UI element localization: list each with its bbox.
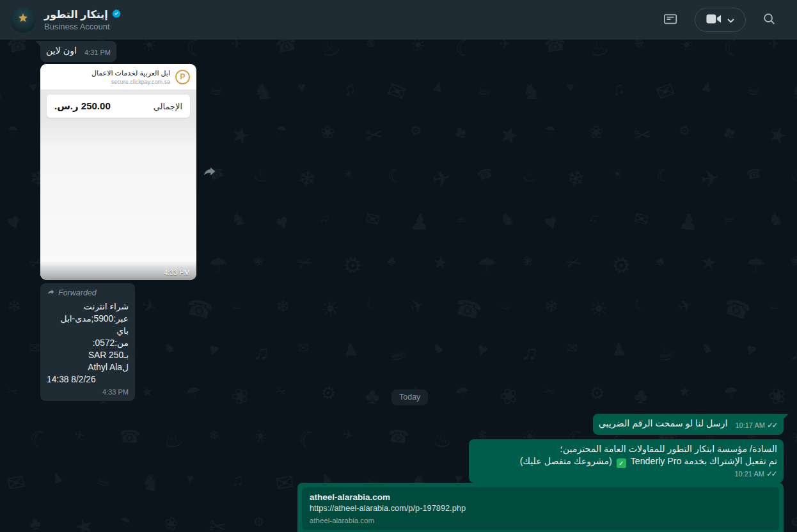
- message-line: تم تفعيل الإشتراك بخدمة Tenderly Pro ✓ (…: [475, 455, 777, 468]
- chat-header: إيتكار التطور Business Account: [0, 0, 797, 40]
- search-icon: [762, 12, 776, 27]
- verified-badge-icon: [112, 9, 121, 20]
- payment-site-url: secure.clickpay.com.sa: [111, 79, 170, 85]
- date-divider: Today: [391, 389, 428, 405]
- forward-message-icon[interactable]: [201, 164, 217, 182]
- check-mark-emoji: ✓: [617, 458, 626, 468]
- forwarded-line: 14:38 8/2/26: [47, 373, 129, 386]
- forwarded-text-block: شراء انترنت عبر:5900;مدى-ابل باي من:0572…: [47, 301, 129, 386]
- message-time: 4:33 PM: [164, 269, 190, 276]
- message-text: ارسل لنا لو سمحت الرقم الضريبي: [599, 418, 728, 430]
- forwarded-line: شراء انترنت: [47, 301, 129, 313]
- receipt-merchant-block: ابل العربية لخدمات الاعمال secure.clickp…: [91, 69, 170, 85]
- outgoing-message-link: atheel-alarabia.com https://atheel-alara…: [297, 483, 784, 532]
- incoming-image-message-receipt[interactable]: P ابل العربية لخدمات الاعمال secure.clic…: [40, 64, 196, 280]
- message-text: اون لاين: [46, 45, 77, 57]
- read-ticks-icon: ✓✓: [767, 421, 778, 430]
- clickpay-logo-icon: P: [175, 70, 190, 84]
- receipt-body: الإجمالي 250.00 ر.س.: [40, 90, 196, 280]
- contact-info[interactable]: إيتكار التطور Business Account: [44, 8, 121, 31]
- message-meta: 10:21 AM ✓✓: [475, 469, 777, 478]
- contact-name: إيتكار التطور: [44, 8, 108, 20]
- message-meta: 10:17 AM ✓✓: [735, 421, 778, 430]
- link-preview-title: atheel-alarabia.com: [310, 492, 771, 503]
- forwarded-arrow-icon: [47, 288, 55, 298]
- link-preview-domain: atheel-alarabia.com: [310, 516, 771, 525]
- forwarded-line: من:0572:: [47, 337, 129, 349]
- outgoing-message-activation: السادة/ مؤسسة ابتكار التطور للمقاولات ال…: [469, 439, 784, 483]
- forwarded-line: بـSAR 250: [47, 349, 129, 361]
- link-url[interactable]: https://atheel-alarabia.com/p/p-197892.p…: [310, 503, 771, 513]
- forwarded-label: Forwarded: [58, 288, 97, 297]
- chevron-down-icon: [727, 15, 734, 25]
- video-camera-icon: [706, 13, 722, 26]
- search-button[interactable]: [762, 12, 776, 27]
- header-actions: [663, 8, 776, 32]
- screen-share-button[interactable]: [663, 12, 678, 29]
- incoming-message-online: اون لاين 4:31 PM: [40, 41, 116, 62]
- forwarded-line: عبر:5900;مدى-ابل باي: [47, 313, 129, 337]
- contact-avatar[interactable]: [10, 7, 36, 33]
- avatar-logo-icon: [17, 12, 29, 27]
- total-label: الإجمالي: [154, 102, 182, 111]
- screen-share-icon: [663, 12, 678, 29]
- account-type-label: Business Account: [44, 22, 121, 31]
- video-call-button[interactable]: [695, 8, 746, 32]
- total-value: 250.00 ر.س.: [54, 100, 111, 112]
- message-time: 10:21 AM: [734, 469, 764, 478]
- message-text: (مشروعك متفصل عليك): [520, 456, 612, 466]
- message-text: تم تفعيل الإشتراك بخدمة Tenderly Pro: [631, 456, 777, 466]
- read-ticks-icon: ✓✓: [766, 469, 777, 478]
- outgoing-message-tax-request: ارسل لنا لو سمحت الرقم الضريبي 10:17 AM …: [593, 414, 784, 435]
- message-line: السادة/ مؤسسة ابتكار التطور للمقاولات ال…: [475, 443, 777, 455]
- receipt-header: P ابل العربية لخدمات الاعمال secure.clic…: [40, 64, 196, 90]
- merchant-name: ابل العربية لخدمات الاعمال: [91, 69, 170, 77]
- message-time: 4:31 PM: [84, 48, 111, 57]
- message-time: 4:33 PM: [47, 387, 129, 396]
- message-time: 10:17 AM: [735, 421, 764, 430]
- whatsapp-chat-window: ★☂❀✂⚙♣★☂❀✂⚙♣★☂❀✂⚙♣★☎♨❄☀☾✈☎♨❄☀☾✈☎♨❄☀☾✈☎♞♥…: [0, 0, 797, 532]
- incoming-message-forwarded: Forwarded شراء انترنت عبر:5900;مدى-ابل ب…: [40, 283, 135, 401]
- forwarded-line: لAthyl Ala: [47, 361, 129, 373]
- receipt-total-row: الإجمالي 250.00 ر.س.: [47, 95, 190, 118]
- link-preview-card[interactable]: atheel-alarabia.com https://atheel-alara…: [302, 487, 779, 530]
- forwarded-label-row: Forwarded: [47, 288, 129, 298]
